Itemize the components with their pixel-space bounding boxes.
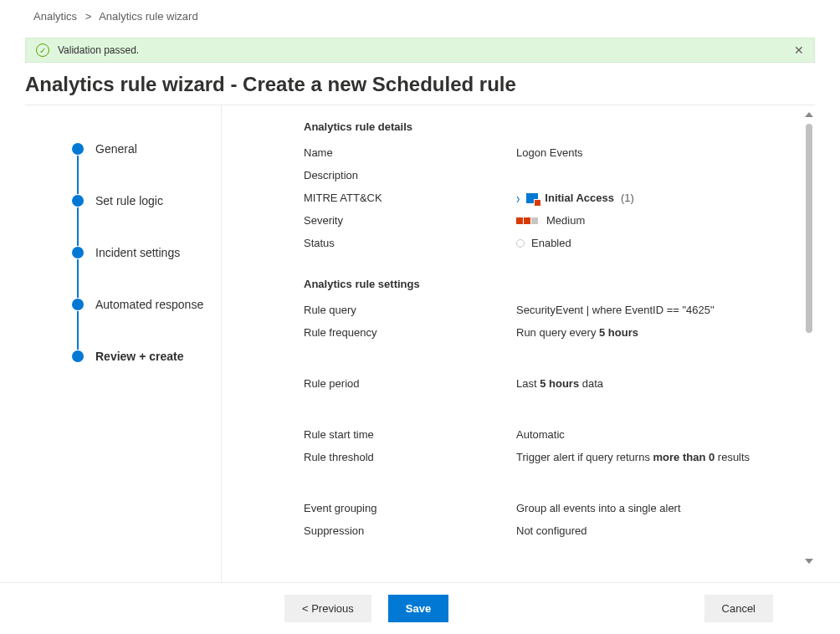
row-rule-query: Rule query SecurityEvent | where EventID… [304,299,795,321]
chevron-right-icon: › [516,189,520,207]
row-event-grouping: Event grouping Group all events into a s… [304,497,795,519]
row-rule-threshold: Rule threshold Trigger alert if query re… [304,446,795,497]
row-rule-frequency: Rule frequency Run query every 5 hours [304,321,795,372]
breadcrumb-separator: > [85,10,92,23]
severity-value: Medium [516,214,795,227]
save-button[interactable]: Save [388,595,448,622]
rule-frequency-label: Rule frequency [304,326,516,339]
rule-threshold-suffix: results [715,451,750,463]
close-icon[interactable]: ✕ [794,43,804,57]
row-severity: Severity Medium [304,209,795,232]
scroll-up-icon[interactable] [805,112,813,117]
step-dot-icon [72,299,84,310]
name-label: Name [304,146,516,159]
wizard-steps: General Set rule logic Incident settings… [25,105,222,582]
cancel-button[interactable]: Cancel [704,595,773,622]
rule-start-value: Automatic [516,428,795,441]
suppression-label: Suppression [304,524,516,537]
rule-query-value: SecurityEvent | where EventID == "4625" [516,304,795,316]
status-dot-icon [516,239,525,248]
rule-period-prefix: Last [516,377,540,390]
status-value: Enabled [516,237,795,249]
step-general[interactable]: General [72,142,221,156]
step-dot-icon [72,247,84,258]
suppression-value: Not configured [516,524,795,537]
step-incident-settings[interactable]: Incident settings [72,246,221,259]
row-rule-start: Rule start time Automatic [304,423,795,446]
severity-bars-icon [516,217,538,224]
mitre-tactic-icon [526,193,538,203]
rule-period-suffix: data [579,377,603,390]
mitre-tactic-name: Initial Access [545,192,614,204]
rule-frequency-bold: 5 hours [599,326,638,339]
step-dot-icon [72,350,84,362]
row-suppression: Suppression Not configured [304,519,795,542]
rule-threshold-label: Rule threshold [304,451,516,463]
scroll-thumb[interactable] [806,124,812,333]
status-text: Enabled [531,237,571,249]
rule-frequency-value: Run query every 5 hours [516,326,795,339]
rule-period-label: Rule period [304,377,516,390]
row-description: Description [304,164,795,187]
mitre-label: MITRE ATT&CK [304,192,516,204]
step-connector [77,259,79,298]
check-circle-icon: ✓ [36,43,49,57]
review-details: Analytics rule details Name Logon Events… [222,105,815,582]
section-rule-settings: Analytics rule settings [304,278,795,290]
scrollbar[interactable] [805,112,813,564]
rule-start-label: Rule start time [304,428,516,441]
section-rule-details: Analytics rule details [304,120,795,133]
step-label: Review + create [95,350,183,363]
previous-button[interactable]: < Previous [284,595,371,622]
event-grouping-label: Event grouping [304,502,516,514]
scroll-down-icon[interactable] [805,559,813,564]
row-status: Status Enabled [304,232,795,254]
row-mitre: MITRE ATT&CK › Initial Access (1) [304,187,795,209]
rule-frequency-prefix: Run query every [516,326,599,339]
breadcrumb-current: Analytics rule wizard [99,10,198,23]
breadcrumb: Analytics > Analytics rule wizard [0,0,840,26]
step-automated-response[interactable]: Automated response [72,298,221,311]
status-label: Status [304,237,516,249]
rule-period-value: Last 5 hours data [516,377,795,390]
event-grouping-value: Group all events into a single alert [516,502,795,514]
rule-threshold-bold: more than 0 [653,451,715,463]
breadcrumb-root[interactable]: Analytics [33,10,77,23]
step-connector [77,207,79,246]
rule-threshold-value: Trigger alert if query returns more than… [516,451,795,463]
page-title: Analytics rule wizard - Create a new Sch… [25,73,815,96]
step-label: General [95,142,137,156]
step-label: Automated response [95,298,203,311]
description-label: Description [304,169,516,182]
name-value: Logon Events [516,146,795,159]
wizard-footer: < Previous Save Cancel [0,582,840,634]
rule-query-label: Rule query [304,304,516,316]
rule-period-bold: 5 hours [540,377,579,390]
row-rule-period: Rule period Last 5 hours data [304,372,795,423]
step-dot-icon [72,195,84,207]
row-name: Name Logon Events [304,141,795,164]
step-set-rule-logic[interactable]: Set rule logic [72,194,221,207]
rule-threshold-prefix: Trigger alert if query returns [516,451,653,463]
severity-text: Medium [546,214,585,227]
validation-message: Validation passed. [58,44,139,56]
step-label: Incident settings [95,246,180,259]
step-review-create[interactable]: Review + create [72,350,221,363]
step-connector [77,311,79,350]
step-label: Set rule logic [95,194,163,207]
validation-banner: ✓ Validation passed. ✕ [25,38,815,63]
mitre-tactic-count: (1) [621,192,634,204]
mitre-value[interactable]: › Initial Access (1) [516,192,795,204]
step-connector [77,156,79,194]
severity-label: Severity [304,214,516,227]
step-dot-icon [72,143,84,155]
